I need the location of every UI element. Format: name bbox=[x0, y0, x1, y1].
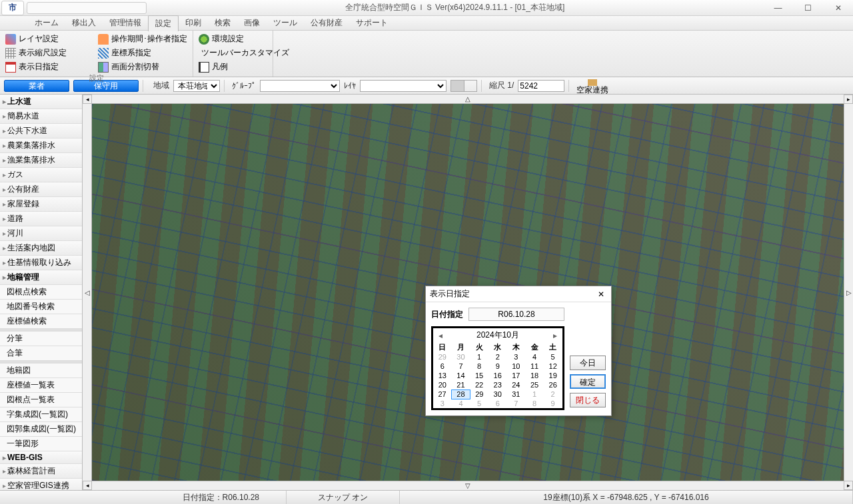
cal-day[interactable]: 30 bbox=[452, 352, 470, 362]
cal-day[interactable]: 13 bbox=[433, 371, 452, 380]
ribbon-split-view[interactable]: 画面分割切替 bbox=[97, 61, 189, 73]
cal-day[interactable]: 16 bbox=[488, 371, 507, 380]
sidebar-item-17[interactable]: 分筆 bbox=[0, 332, 82, 346]
sidebar-item-9[interactable]: ▸河川 bbox=[0, 226, 82, 241]
cal-day[interactable]: 2 bbox=[488, 352, 507, 362]
cal-day[interactable]: 5 bbox=[470, 399, 488, 408]
cal-day[interactable]: 2 bbox=[544, 389, 562, 399]
cal-day[interactable]: 3 bbox=[433, 399, 452, 408]
ribbon-scale-settings[interactable]: 表示縮尺設定 bbox=[4, 47, 90, 59]
sidebar-item-15[interactable]: 座標値検索 bbox=[0, 314, 82, 329]
sidebar-item-2[interactable]: ▸公共下水道 bbox=[0, 124, 82, 138]
toggle-switch[interactable] bbox=[450, 80, 477, 92]
cal-day[interactable]: 29 bbox=[433, 352, 452, 362]
cal-day[interactable]: 10 bbox=[507, 362, 526, 371]
sidebar-item-25[interactable]: 一筆図形 bbox=[0, 437, 82, 451]
cal-day[interactable]: 8 bbox=[525, 399, 544, 408]
ribbon-coord-system[interactable]: 座標系指定 bbox=[97, 47, 189, 59]
cal-day[interactable]: 14 bbox=[452, 371, 470, 380]
cal-day[interactable]: 1 bbox=[470, 352, 488, 362]
cal-day[interactable]: 22 bbox=[470, 380, 488, 389]
sidebar-item-20[interactable]: 地籍図 bbox=[0, 364, 82, 378]
cal-day[interactable]: 28 bbox=[452, 389, 470, 399]
cal-day[interactable]: 12 bbox=[544, 362, 562, 371]
today-button[interactable]: 今日 bbox=[570, 356, 606, 370]
cal-day[interactable]: 4 bbox=[452, 399, 470, 408]
close-dialog-button[interactable]: 閉じる bbox=[570, 393, 606, 407]
sidebar-item-14[interactable]: 地図番号検索 bbox=[0, 300, 82, 314]
sidebar-item-8[interactable]: ▸道路 bbox=[0, 212, 82, 226]
menu-tab-7[interactable]: ツール bbox=[267, 15, 304, 31]
group-select[interactable] bbox=[260, 80, 340, 92]
confirm-button[interactable]: 確定 bbox=[570, 374, 606, 389]
cal-day[interactable]: 4 bbox=[525, 352, 544, 362]
maximize-button[interactable]: ☐ bbox=[793, 0, 823, 16]
cal-day[interactable]: 29 bbox=[470, 389, 488, 399]
cal-day[interactable]: 9 bbox=[488, 362, 507, 371]
cal-day[interactable]: 7 bbox=[507, 399, 526, 408]
cal-day[interactable]: 5 bbox=[544, 352, 562, 362]
cal-day[interactable]: 21 bbox=[452, 380, 470, 389]
sidebar-item-1[interactable]: ▸簡易水道 bbox=[0, 109, 82, 124]
sidebar-item-12[interactable]: ▸地籍管理 bbox=[0, 270, 82, 285]
cal-day[interactable]: 7 bbox=[452, 362, 470, 371]
ribbon-layer-settings[interactable]: レイヤ設定 bbox=[4, 33, 90, 45]
sidebar-item-5[interactable]: ▸ガス bbox=[0, 168, 82, 182]
sidebar-item-11[interactable]: ▸住基情報取り込み bbox=[0, 256, 82, 270]
cal-day[interactable]: 8 bbox=[470, 362, 488, 371]
scale-input[interactable] bbox=[518, 80, 564, 92]
map-corner-tl[interactable]: ◂ bbox=[83, 95, 92, 104]
cal-day[interactable]: 3 bbox=[507, 352, 526, 362]
cal-day[interactable]: 23 bbox=[488, 380, 507, 389]
quick-access-toolbar[interactable] bbox=[27, 2, 147, 14]
sidebar-item-7[interactable]: ▸家屋登録 bbox=[0, 197, 82, 212]
cal-prev-button[interactable]: ◂ bbox=[436, 331, 445, 340]
menu-tab-8[interactable]: 公有財産 bbox=[304, 15, 349, 31]
cal-day[interactable]: 27 bbox=[433, 389, 452, 399]
cal-day[interactable]: 1 bbox=[525, 389, 544, 399]
menu-tab-4[interactable]: 印刷 bbox=[179, 15, 208, 31]
ribbon-operator-spec[interactable]: 操作期間･操作者指定 bbox=[97, 33, 189, 45]
sidebar-item-21[interactable]: 座標値一覧表 bbox=[0, 378, 82, 393]
map-corner-tr[interactable]: ▸ bbox=[844, 95, 853, 104]
sidebar-item-10[interactable]: ▸生活案内地図 bbox=[0, 241, 82, 256]
cal-day[interactable]: 18 bbox=[525, 371, 544, 380]
sidebar-item-4[interactable]: ▸漁業集落排水 bbox=[0, 153, 82, 168]
cal-day[interactable]: 6 bbox=[488, 399, 507, 408]
cal-day[interactable]: 31 bbox=[507, 389, 526, 399]
cal-day[interactable]: 20 bbox=[433, 380, 452, 389]
cal-day[interactable]: 25 bbox=[525, 380, 544, 389]
cal-day[interactable]: 26 bbox=[544, 380, 562, 389]
map-ruler-bottom[interactable]: ▽ bbox=[92, 481, 844, 490]
map-ruler-left[interactable]: ◁ bbox=[83, 104, 92, 481]
sidebar-item-23[interactable]: 字集成図(一覧図) bbox=[0, 407, 82, 422]
menu-tab-0[interactable]: ホーム bbox=[28, 15, 65, 31]
menu-tab-3[interactable]: 設定 bbox=[148, 15, 179, 31]
map-ruler-right[interactable]: ▷ bbox=[844, 104, 853, 481]
ribbon-toolbar-customize[interactable]: ツールバーカスタマイズ bbox=[197, 47, 269, 59]
sidebar-item-0[interactable]: ▸上水道 bbox=[0, 95, 82, 109]
map-corner-br[interactable]: ▸ bbox=[844, 481, 853, 490]
sidebar-item-27[interactable]: ▸森林経営計画 bbox=[0, 464, 82, 479]
layer-select[interactable] bbox=[360, 80, 446, 92]
cal-day[interactable]: 19 bbox=[544, 371, 562, 380]
minimize-button[interactable]: ― bbox=[763, 0, 793, 16]
sidebar-item-13[interactable]: 図根点検索 bbox=[0, 285, 82, 300]
close-button[interactable]: ✕ bbox=[823, 0, 853, 16]
ribbon-legend[interactable]: 凡例 bbox=[197, 61, 269, 73]
menu-tab-5[interactable]: 検索 bbox=[208, 15, 237, 31]
sidebar-item-18[interactable]: 合筆 bbox=[0, 346, 82, 361]
ribbon-env-settings[interactable]: 環境設定 bbox=[197, 33, 269, 45]
cal-next-button[interactable]: ▸ bbox=[550, 331, 560, 340]
menu-tab-2[interactable]: 管理情報 bbox=[103, 15, 148, 31]
dialog-close-icon[interactable]: ✕ bbox=[595, 290, 607, 299]
sidebar-item-3[interactable]: ▸農業集落排水 bbox=[0, 138, 82, 153]
cal-day[interactable]: 9 bbox=[544, 399, 562, 408]
vacant-house-link-button[interactable]: 空家連携 bbox=[576, 78, 608, 94]
ribbon-date-spec[interactable]: 表示日指定 bbox=[4, 61, 90, 73]
cal-day[interactable]: 17 bbox=[507, 371, 526, 380]
cal-day[interactable]: 15 bbox=[470, 371, 488, 380]
cal-day[interactable]: 30 bbox=[488, 389, 507, 399]
cal-day[interactable]: 6 bbox=[433, 362, 452, 371]
menu-tab-6[interactable]: 画像 bbox=[237, 15, 267, 31]
